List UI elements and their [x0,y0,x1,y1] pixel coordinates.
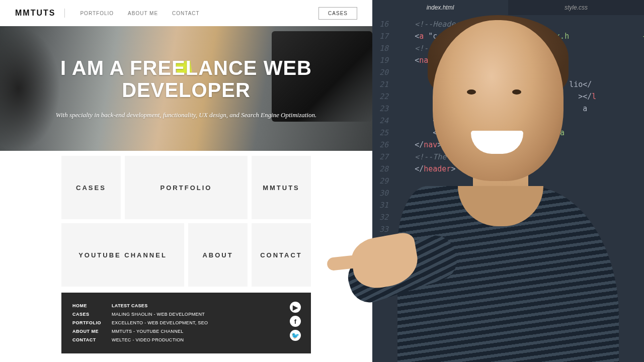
line-number: 38 [372,285,396,294]
topbar: MMTUTS PORTFOLIO ABOUT ME CONTACT CASES [0,0,372,26]
twitter-icon[interactable]: 🐦 [290,330,301,341]
code-line[interactable]: 29 [372,175,644,187]
code-content: <a "c-attr">href"c-punc">="index.h -bran… [396,32,644,41]
code-content: <!--Header me [396,44,644,53]
line-number: 21 [372,80,396,89]
tile-youtube[interactable]: YOUTUBE CHANNEL [61,223,184,287]
line-number: 32 [372,213,396,222]
code-line[interactable]: 24 </ul> [372,115,644,127]
footer-cases-heading: LATEST CASES [112,302,208,310]
code-area[interactable]: 16 <!--Header logo-->17 <a "c-attr">href… [372,15,644,296]
line-number: 28 [372,164,396,173]
tile-mmtuts[interactable]: MMTUTS [252,156,311,219]
website-preview: MMTUTS PORTFOLIO ABOUT ME CONTACT CASES … [0,0,372,362]
code-line[interactable]: 35 <h2>I AM A [372,247,644,259]
code-line[interactable]: 34 <div "c-attr">class"c-punc">="" [372,235,644,247]
nav-portfolio[interactable]: PORTFOLIO [80,11,114,16]
footer-case-item[interactable]: MMTUTS - YOUTUBE CHANNEL [112,327,208,336]
code-content: <li><a lio</ [396,80,644,89]
code-line[interactable]: 32 <!--The websit [372,211,644,223]
line-number: 16 [372,20,396,29]
code-line[interactable]: 23 <li><a h a [372,103,644,115]
line-number: 24 [372,116,396,125]
code-line[interactable]: 33 <section "c-attr">class"c-punc">= [372,223,644,235]
code-content: <!--The main con [396,189,644,198]
line-number: 20 [372,68,396,77]
footer-link-portfolio[interactable]: PORTFOLIO [72,319,112,327]
code-line[interactable]: 22 <li><a ></l [372,90,644,103]
line-number: 36 [372,261,396,270]
brand-logo[interactable]: MMTUTS [15,9,65,18]
line-number: 29 [372,176,396,186]
footer-link-about[interactable]: ABOUT ME [72,327,112,336]
code-content: <nav> [396,56,644,65]
code-content: </header> [396,164,644,173]
footer-link-contact[interactable]: CONTACT [72,336,112,344]
code-content: <li><a ></l [396,92,644,101]
footer-link-home[interactable]: HOME [72,302,112,310]
code-content: bsit [396,285,644,294]
hero-banner: I AM A FREELANCE WEB DEVELOPER With spec… [0,26,372,151]
code-content: <main> [396,201,644,210]
line-number: 37 [372,273,396,282]
footer-case-item[interactable]: WELTEC - VIDEO PRODUCTION [112,336,208,344]
line-number: 30 [372,189,396,198]
code-content: </nav> [396,140,644,149]
facebook-icon[interactable]: f [290,316,301,327]
code-line[interactable]: 18 <!--Header me [372,42,644,54]
line-number: 26 [372,140,396,149]
code-line[interactable]: 16 <!--Header logo--> [372,18,644,30]
nav-contact[interactable]: CONTACT [172,11,200,16]
code-content: </ul> [396,116,644,125]
footer-case-item[interactable]: EXCELLENTO - WEB DEVELOPMENT, SEO [112,319,208,327]
code-line[interactable]: 30 <!--The main con [372,187,644,199]
line-number: 34 [372,237,396,246]
line-number: 31 [372,201,396,210]
code-line[interactable]: 19 <nav> [372,54,644,66]
tile-portfolio[interactable]: PORTFOLIO [125,156,248,219]
line-number: 18 [372,44,396,53]
tab-index-html[interactable]: index.html [372,0,508,15]
line-number: 22 [372,92,396,101]
tile-cases[interactable]: CASES [61,156,121,219]
code-content: <!--The header E [396,152,644,161]
social-icons: ▶ f 🐦 [290,302,301,341]
footer-case-item[interactable]: MALING SHAOLIN - WEB DEVELOPMENT [112,310,208,319]
code-line[interactable]: 38 bsit [372,284,644,296]
line-number: 35 [372,249,396,258]
code-line[interactable]: 20 <ul> [372,66,644,78]
line-number: 27 [372,152,396,161]
code-content: <!--Header logo--> [396,20,644,29]
code-line[interactable]: 36 >With s [372,259,644,272]
code-line[interactable]: 17 <a "c-attr">href"c-punc">="index.h -b… [372,30,644,42]
code-content: >With s [396,261,644,270]
code-line[interactable]: 31 <main> [372,199,644,211]
code-line[interactable]: 26 </nav> [372,139,644,151]
code-content: <ul> [396,68,644,77]
hero-title: I AM A FREELANCE WEB DEVELOPER [0,57,372,101]
line-number: 19 [372,56,396,65]
code-line[interactable]: 27 <!--The header E [372,151,644,163]
code-content: <h2>I AM A [396,249,644,258]
code-line[interactable]: 28 </header> [372,163,644,175]
code-line[interactable]: 21 <li><a lio</ [372,78,644,90]
tile-about[interactable]: ABOUT [188,223,248,287]
cases-button[interactable]: CASES [318,7,357,20]
footer: HOME CASES PORTFOLIO ABOUT ME CONTACT LA… [61,293,311,353]
tab-style-css[interactable]: style.css [508,0,644,15]
footer-cases-col: LATEST CASES MALING SHAOLIN - WEB DEVELO… [112,302,208,344]
line-number: 23 [372,104,396,113]
code-content: <a "c-attr">href"c-punc">="ca ses"> [396,128,644,137]
code-line[interactable]: 25 <a "c-attr">href"c-punc">="ca ses"> [372,127,644,139]
editor-tabs: index.html style.css [372,0,644,15]
code-content: <section "c-attr">class"c-punc">= [396,225,644,234]
tile-contact[interactable]: CONTACT [252,223,311,287]
code-content: <li><a h a [396,104,644,113]
code-line[interactable]: 37 [372,272,644,284]
footer-nav-col: HOME CASES PORTFOLIO ABOUT ME CONTACT [72,302,112,344]
footer-link-cases[interactable]: CASES [72,310,112,319]
nav-about[interactable]: ABOUT ME [128,11,158,16]
line-number: 33 [372,225,396,234]
youtube-icon[interactable]: ▶ [290,302,301,313]
line-number: 25 [372,128,396,137]
